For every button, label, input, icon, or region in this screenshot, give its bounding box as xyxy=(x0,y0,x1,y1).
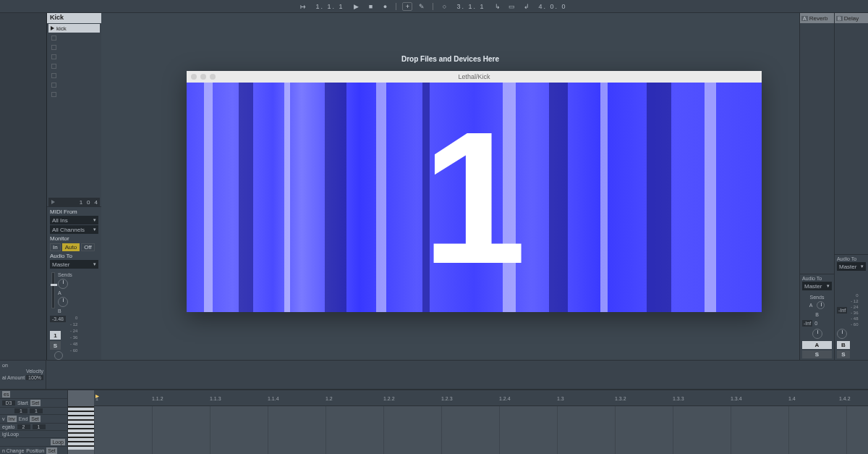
track-activator[interactable]: A xyxy=(802,341,832,349)
close-icon[interactable] xyxy=(191,74,197,80)
empty-clip-slot[interactable] xyxy=(51,52,98,61)
pan-knob[interactable] xyxy=(837,329,847,339)
window-controls[interactable] xyxy=(191,74,216,80)
zoom-icon[interactable] xyxy=(210,74,216,80)
sends-label: Sends xyxy=(802,295,832,300)
play-button[interactable]: ▶ xyxy=(351,2,361,11)
send-a-label: A xyxy=(58,290,72,295)
global-amount[interactable]: 100% xyxy=(26,375,43,380)
plugin-graphic: 1 xyxy=(422,122,527,273)
send-knob-a[interactable] xyxy=(58,279,68,289)
sends-label: Sends xyxy=(58,272,72,277)
solo-button[interactable]: S xyxy=(837,350,850,358)
chevron-down-icon: ▾ xyxy=(93,227,96,232)
stop-icon[interactable] xyxy=(51,54,56,59)
clip-play-icon[interactable] xyxy=(51,26,54,30)
track-header-column: Kick kick 1 0 4 MIDI From All Ins▾ All C… xyxy=(47,13,101,360)
stop-icon[interactable] xyxy=(51,73,56,78)
stop-icon[interactable] xyxy=(51,35,56,41)
note-root[interactable]: D3 xyxy=(2,400,15,405)
scene-strip[interactable]: 1 0 4 xyxy=(48,198,100,206)
stop-icon[interactable] xyxy=(51,92,56,97)
loop-icon[interactable]: ○ xyxy=(439,2,449,11)
return-track-b: BDelay Audio To Master▾ -Inf 0- 12- 24- … xyxy=(834,13,868,360)
clip-slot[interactable]: kick xyxy=(48,24,100,33)
drop-hint: Drop Files and Devices Here xyxy=(101,55,799,63)
monitor-auto[interactable]: Auto xyxy=(62,243,80,251)
loop-toggle[interactable]: Loop xyxy=(51,439,65,445)
loop-length[interactable]: 4. 0. 0 xyxy=(536,3,570,10)
stop-icon[interactable] xyxy=(51,64,56,69)
track-activator[interactable]: 1 xyxy=(50,331,61,340)
loop-start[interactable]: 3. 1. 1 xyxy=(454,3,488,10)
timeline-ruler[interactable]: ▸ 1 1.1.2 1.1.3 1.1.4 1.2 1.2.2 1.2.3 1.… xyxy=(94,390,868,406)
punch-out-icon[interactable]: ↲ xyxy=(522,2,532,11)
arm-button[interactable] xyxy=(54,351,63,360)
transport-bar: ↦ 1. 1. 1 ▶ ■ ● + ✎ ○ 3. 1. 1 ↳ ▭ ↲ 4. 0… xyxy=(0,0,868,13)
plugin-body[interactable]: 1 xyxy=(187,83,762,312)
empty-clip-slot[interactable] xyxy=(51,71,98,80)
empty-clip-slot[interactable] xyxy=(51,80,98,89)
midi-channel-dropdown[interactable]: All Channels▾ xyxy=(50,225,98,234)
session-view[interactable]: Drop Files and Devices Here Lethal/Kick … xyxy=(101,13,799,360)
empty-clip-slot[interactable] xyxy=(51,43,98,51)
scene-num: 0 xyxy=(87,199,90,206)
solo-button[interactable]: S xyxy=(50,341,61,350)
audio-to-dropdown[interactable]: Master▾ xyxy=(802,282,832,290)
midi-grid[interactable] xyxy=(94,406,868,454)
return-header[interactable]: BDelay xyxy=(835,13,868,23)
mixer-section: Sends A B xyxy=(47,270,101,316)
punch-in-icon[interactable]: ↳ xyxy=(493,2,503,11)
volume-readout[interactable]: -3.48 xyxy=(50,316,66,322)
loop-switch[interactable]: ▭ xyxy=(507,2,517,11)
send-knob[interactable] xyxy=(817,301,825,309)
audio-to-label: Audio To xyxy=(837,256,866,261)
audio-to-dropdown[interactable]: Master▾ xyxy=(837,262,866,271)
meter-scale: 0- 12- 24- 36- 48- 60 xyxy=(849,293,858,327)
plugin-titlebar[interactable]: Lethal/Kick xyxy=(187,71,762,83)
scene-num: 1 xyxy=(80,199,82,206)
volume-readout[interactable]: -Inf xyxy=(837,307,847,314)
clip-name: kick xyxy=(56,25,67,32)
send-knob-b[interactable] xyxy=(58,297,68,307)
stop-button[interactable]: ■ xyxy=(365,2,375,11)
link-icon[interactable]: ↦ xyxy=(298,2,308,11)
minimize-icon[interactable] xyxy=(200,74,206,80)
overdub-toggle[interactable]: + xyxy=(402,2,412,11)
clip-properties: es D3 Start Set 1 1 v Inv End Set egato2… xyxy=(0,390,68,454)
empty-clip-slot[interactable] xyxy=(51,62,98,70)
audio-to-label: Audio To xyxy=(802,276,832,281)
monitor-toggle[interactable]: In Auto Off xyxy=(50,243,98,251)
monitor-in[interactable]: In xyxy=(50,243,61,251)
piano-roll-keys[interactable] xyxy=(68,390,94,454)
chevron-down-icon: ▾ xyxy=(827,283,830,289)
volume-slider[interactable] xyxy=(51,272,55,308)
empty-clip-slot[interactable] xyxy=(51,33,98,42)
audio-to-dropdown[interactable]: Master▾ xyxy=(50,260,98,269)
volume-readout[interactable]: -Inf xyxy=(802,320,812,327)
track-activator[interactable]: B xyxy=(837,341,850,349)
return-header[interactable]: AReverb xyxy=(800,13,834,23)
pan-knob[interactable] xyxy=(812,329,822,339)
track-title[interactable]: Kick xyxy=(47,13,101,23)
scene-play-icon[interactable] xyxy=(51,200,55,204)
stop-icon[interactable] xyxy=(51,83,56,88)
plugin-title: Lethal/Kick xyxy=(458,73,490,80)
send-b-label: B xyxy=(58,308,72,314)
record-button[interactable]: ● xyxy=(380,2,390,11)
chevron-down-icon: ▾ xyxy=(93,217,96,223)
midi-from-dropdown[interactable]: All Ins▾ xyxy=(50,216,98,224)
clip-editor: es D3 Start Set 1 1 v Inv End Set egato2… xyxy=(0,389,868,454)
midi-timeline[interactable]: Fold ▸ 1 1.1.2 1.1.3 1.1.4 1.2 1.2.2 1.2… xyxy=(94,390,868,454)
monitor-off[interactable]: Off xyxy=(81,243,95,251)
plugin-window[interactable]: Lethal/Kick 1 xyxy=(187,71,762,312)
browser-panel xyxy=(0,13,47,360)
audio-to-label: Audio To xyxy=(50,253,98,259)
scene-num: 4 xyxy=(95,199,98,206)
stop-icon[interactable] xyxy=(51,45,56,50)
automation-arm-icon[interactable]: ✎ xyxy=(417,2,427,11)
arrangement-position[interactable]: 1. 1. 1 xyxy=(312,3,346,10)
solo-button[interactable]: S xyxy=(802,350,832,358)
empty-clip-slot[interactable] xyxy=(51,90,98,98)
return-track-a: AReverb Audio To Master▾ Sends A B -Inf … xyxy=(800,13,834,360)
